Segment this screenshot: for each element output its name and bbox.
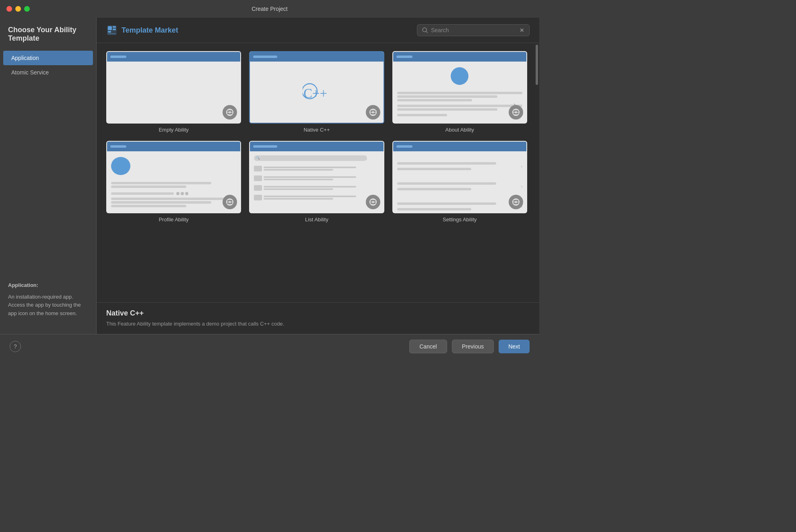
close-button[interactable] [6,6,12,12]
footer: ? Cancel Previous Next [0,334,539,358]
scrollbar-thumb[interactable] [536,45,538,85]
sidebar-item-application[interactable]: Application [3,51,93,65]
previous-button[interactable]: Previous [452,340,494,353]
maximize-button[interactable] [24,6,30,12]
next-button[interactable]: Next [499,340,530,353]
template-preview-profile-ability [106,141,241,213]
cpp-logo: C++ [303,66,331,119]
cancel-button[interactable]: Cancel [409,340,447,353]
search-box[interactable]: ✕ [417,24,530,36]
sidebar-description: Application: An installation-required ap… [0,273,96,326]
main-container: Choose Your Ability Template Application… [0,18,539,334]
template-card-native-cpp[interactable]: C++ [249,51,384,133]
profile-ability-label: Profile Ability [159,217,188,223]
sidebar-desc-text: An installation-required app. Access the… [8,293,88,318]
search-icon [422,27,428,33]
template-preview-about-ability [392,51,527,124]
content-area: Template Market ✕ [97,18,539,334]
template-card-about-ability[interactable]: About Ability [392,51,527,133]
footer-left: ? [10,341,21,352]
list-ability-icon [366,195,380,209]
template-preview-native-cpp: C++ [249,51,384,124]
template-card-profile-ability[interactable]: Profile Ability [106,141,241,223]
settings-ability-icon [509,195,523,209]
template-card-list-ability[interactable]: 🔍 [249,141,384,223]
title-bar: Create Project [0,0,539,18]
description-panel: Native C++ This Feature Ability template… [97,302,539,334]
native-cpp-label: Native C++ [303,127,330,133]
selected-template-desc: This Feature Ability template implements… [106,320,530,328]
template-preview-list-ability: 🔍 [249,141,384,213]
list-ability-label: List Ability [305,217,328,223]
svg-rect-1 [108,26,112,30]
empty-ability-label: Empty Ability [159,127,188,133]
search-clear-button[interactable]: ✕ [520,27,524,33]
template-card-empty-ability[interactable]: Empty Ability [106,51,241,133]
selected-template-title: Native C++ [106,309,530,318]
svg-rect-5 [108,33,116,34]
svg-rect-3 [113,29,116,30]
svg-rect-4 [108,31,111,33]
sidebar-desc-title: Application: [8,281,88,290]
svg-line-7 [426,31,427,33]
sidebar-heading: Choose Your Ability Template [0,26,96,51]
search-input[interactable] [431,27,516,33]
template-card-settings-ability[interactable]: › › [392,141,527,223]
content-header: Template Market ✕ [97,18,539,43]
template-market-label: Template Market [106,25,178,36]
about-circle [451,67,468,85]
templates-grid: Empty Ability C++ [97,43,534,302]
scrollbar-track[interactable] [534,43,539,302]
about-ability-label: About Ability [445,127,474,133]
sidebar-item-atomic-service[interactable]: Atomic Service [3,65,93,80]
native-cpp-icon [366,105,380,120]
window-title: Create Project [252,6,287,12]
about-ability-icon [509,105,523,120]
svg-rect-2 [113,26,116,28]
template-preview-settings-ability: › › [392,141,527,213]
window-controls [6,6,30,12]
template-preview-empty-ability [106,51,241,124]
settings-ability-label: Settings Ability [443,217,477,223]
footer-right: Cancel Previous Next [409,340,530,353]
help-button[interactable]: ? [10,341,21,352]
sidebar: Choose Your Ability Template Application… [0,18,97,334]
profile-circle [111,157,130,175]
template-market-icon [106,25,118,36]
minimize-button[interactable] [15,6,21,12]
template-market-text: Template Market [122,26,178,35]
